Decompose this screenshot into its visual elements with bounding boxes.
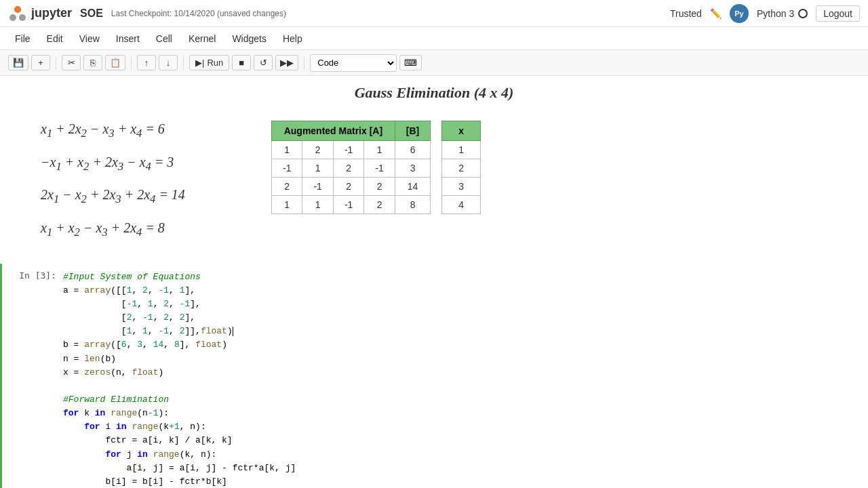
matrix-container: Augmented Matrix [A] [B] 1 2 -1 1 6 -1 1 <box>271 121 481 214</box>
code-line-11: fctr = a[i, k] / a[k, k] <box>63 435 233 445</box>
top-bar: jupyter SOE Last Checkpoint: 10/14/2020 … <box>0 0 868 27</box>
toolbar-separator-2 <box>131 56 132 70</box>
equation-3: 2x1 − x2 + 2x3 + 2x4 = 14 <box>41 184 244 209</box>
x-row-1: 1 <box>442 141 481 159</box>
logo-text: jupyter <box>31 6 72 20</box>
x2: 2 <box>442 159 481 178</box>
b4: 8 <box>395 196 430 214</box>
a24: -1 <box>364 159 395 178</box>
menu-kernel[interactable]: Kernel <box>182 30 222 47</box>
cell-input-label: In [3]: <box>2 269 63 488</box>
matrix-row-1: 1 2 -1 1 6 <box>272 141 431 159</box>
menu-insert[interactable]: Insert <box>109 30 146 47</box>
menu-cell[interactable]: Cell <box>149 30 179 47</box>
x-matrix-table: x 1 2 3 4 <box>441 121 481 214</box>
equation-1: x1 + 2x2 − x3 + x4 = 6 <box>41 118 244 143</box>
menu-view[interactable]: View <box>73 30 106 47</box>
code-cell-3[interactable]: In [3]: #Input System of Equations a = a… <box>0 264 868 488</box>
x-row-4: 4 <box>442 196 481 214</box>
equation-4: x1 + x2 − x3 + 2x4 = 8 <box>41 217 244 242</box>
equation-2: −x1 + x2 + 2x3 − x4 = 3 <box>41 151 244 176</box>
code-line-5: [1, 1, -1, 2]],float) <box>63 326 233 336</box>
run-icon: ▶| <box>195 58 204 68</box>
code-blank-1 <box>63 381 68 391</box>
cut-button[interactable]: ✂ <box>62 55 81 70</box>
menu-edit[interactable]: Edit <box>40 30 70 47</box>
copy-button[interactable]: ⎘ <box>83 55 102 70</box>
code-line-13: a[i, j] = a[i, j] - fctr*a[k, j] <box>63 463 296 473</box>
matrix-a-header: Augmented Matrix [A] <box>272 121 395 141</box>
run-button[interactable]: ▶| Run <box>189 55 229 70</box>
restart-run-button[interactable]: ▶▶ <box>275 55 298 70</box>
a44: 2 <box>364 196 395 214</box>
save-button[interactable]: 💾 <box>8 55 28 70</box>
code-comment-1: #Input System of Equations <box>63 272 201 282</box>
top-right-controls: Trusted ✏️ Py Python 3 Logout <box>670 4 860 23</box>
code-line-2: a = array([[1, 2, -1, 1], <box>63 285 195 296</box>
x4: 4 <box>442 196 481 214</box>
paste-button[interactable]: 📋 <box>105 55 125 70</box>
kernel-indicator: Python 3 <box>757 8 808 19</box>
a31: 2 <box>272 178 302 196</box>
svg-point-2 <box>19 14 26 21</box>
kernel-label: Python 3 <box>757 8 794 19</box>
interrupt-button[interactable]: ■ <box>232 55 251 70</box>
code-line-3: [-1, 1, 2, -1], <box>63 299 201 309</box>
a14: 1 <box>364 141 395 159</box>
a23: 2 <box>333 159 363 178</box>
logout-button[interactable]: Logout <box>816 5 860 22</box>
toolbar-separator-4 <box>304 56 304 70</box>
a33: 2 <box>333 178 363 196</box>
jupyter-logo-icon <box>8 4 27 23</box>
toolbar-separator-1 <box>56 56 56 70</box>
menu-file[interactable]: File <box>8 30 37 47</box>
code-line-6: b = array([6, 3, 14, 8], float) <box>63 340 227 350</box>
a42: 1 <box>302 196 333 214</box>
kernel-status-circle <box>798 9 808 18</box>
move-down-button[interactable]: ↓ <box>159 55 178 70</box>
matrix-row-3: 2 -1 2 2 14 <box>272 178 431 196</box>
keyboard-shortcuts-button[interactable]: ⌨ <box>399 55 422 70</box>
x-row-3: 3 <box>442 178 481 196</box>
a11: 1 <box>272 141 302 159</box>
code-line-12: for j in range(k, n): <box>63 449 216 460</box>
matrix-b-header: [B] <box>395 121 430 141</box>
notebook-title-display: Gauss Elimination (4 x 4) <box>0 76 868 104</box>
python-icon: Py <box>730 4 749 23</box>
cell-type-selector[interactable]: Code Markdown Raw NBConvert Heading <box>310 54 397 72</box>
edit-notebook-name-button[interactable]: ✏️ <box>710 8 722 19</box>
a21: -1 <box>272 159 302 178</box>
b3: 14 <box>395 178 430 196</box>
matrix-row-4: 1 1 -1 2 8 <box>272 196 431 214</box>
x-header: x <box>442 121 481 141</box>
restart-button[interactable]: ↺ <box>254 55 273 70</box>
x-row-2: 2 <box>442 159 481 178</box>
move-up-button[interactable]: ↑ <box>137 55 156 70</box>
a12: 2 <box>302 141 333 159</box>
x3: 3 <box>442 178 481 196</box>
equations-column: x1 + 2x2 − x3 + x4 = 6 −x1 + x2 + 2x3 − … <box>41 118 244 250</box>
code-editor[interactable]: #Input System of Equations a = array([[1… <box>63 269 868 488</box>
x1: 1 <box>442 141 481 159</box>
b1: 6 <box>395 141 430 159</box>
code-line-8: x = zeros(n, float) <box>63 367 163 378</box>
toolbar: 💾 + ✂ ⎘ 📋 ↑ ↓ ▶| Run ■ ↺ ▶▶ Code Markdow… <box>0 50 868 76</box>
matrix-row-2: -1 1 2 -1 3 <box>272 159 431 178</box>
code-line-9: for k in range(n-1): <box>63 408 169 418</box>
trusted-label[interactable]: Trusted <box>670 8 702 19</box>
checkpoint-info: Last Checkpoint: 10/14/2020 (unsaved cha… <box>111 9 286 18</box>
add-cell-button[interactable]: + <box>31 55 50 70</box>
menu-widgets[interactable]: Widgets <box>225 30 273 47</box>
notebook-name[interactable]: SOE <box>80 7 103 20</box>
a22: 1 <box>302 159 333 178</box>
code-line-7: n = len(b) <box>63 354 116 364</box>
svg-point-0 <box>14 6 21 13</box>
a32: -1 <box>302 178 333 196</box>
menu-help[interactable]: Help <box>276 30 309 47</box>
code-line-10: for i in range(k+1, n): <box>63 422 206 432</box>
svg-point-1 <box>9 14 16 21</box>
run-label: Run <box>207 58 223 68</box>
a43: -1 <box>333 196 363 214</box>
jupyter-logo: jupyter <box>8 4 72 23</box>
notebook-content: Gauss Elimination (4 x 4) x1 + 2x2 − x3 … <box>0 76 868 488</box>
